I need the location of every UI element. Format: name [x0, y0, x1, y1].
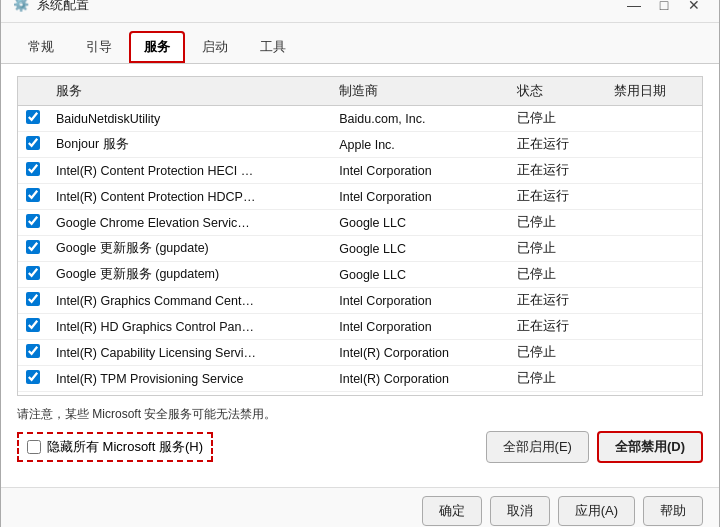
col-header-status: 状态 [509, 77, 605, 106]
window-title: 系统配置 [37, 0, 621, 14]
service-service: Intel(R) Dynamic Application Loa… [48, 392, 331, 397]
service-status: 已停止 [509, 366, 605, 392]
service-checkbox[interactable] [26, 136, 40, 150]
service-disabled-date [606, 184, 702, 210]
service-disabled-date [606, 314, 702, 340]
service-service: Intel(R) TPM Provisioning Service [48, 366, 331, 392]
service-service: Google 更新服务 (gupdate) [48, 236, 331, 262]
service-disabled-date [606, 366, 702, 392]
service-manufacturer: Intel Corporation [331, 392, 509, 397]
ok-button[interactable]: 确定 [422, 496, 482, 526]
service-manufacturer: Baidu.com, Inc. [331, 106, 509, 132]
service-manufacturer: Google LLC [331, 236, 509, 262]
service-checkbox[interactable] [26, 318, 40, 332]
service-disabled-date [606, 132, 702, 158]
service-service: Bonjour 服务 [48, 132, 331, 158]
service-checkbox[interactable] [26, 110, 40, 124]
col-header-service: 服务 [48, 77, 331, 106]
notice-text: 请注意，某些 Microsoft 安全服务可能无法禁用。 [17, 406, 703, 423]
service-manufacturer: Intel(R) Corporation [331, 366, 509, 392]
service-checkbox[interactable] [26, 240, 40, 254]
service-checkbox[interactable] [26, 344, 40, 358]
close-button[interactable]: ✕ [681, 0, 707, 18]
table-row: BaiduNetdiskUtilityBaidu.com, Inc.已停止 [18, 106, 702, 132]
service-disabled-date [606, 288, 702, 314]
service-manufacturer: Google LLC [331, 210, 509, 236]
service-manufacturer: Intel Corporation [331, 314, 509, 340]
service-status: 正在运行 [509, 184, 605, 210]
tab-bar: 常规 引导 服务 启动 工具 [1, 23, 719, 64]
service-service: Google Chrome Elevation Servic… [48, 210, 331, 236]
help-button[interactable]: 帮助 [643, 496, 703, 526]
col-header-disabled-date: 禁用日期 [606, 77, 702, 106]
service-status: 正在运行 [509, 132, 605, 158]
hide-microsoft-services-text: 隐藏所有 Microsoft 服务(H) [47, 438, 203, 456]
service-checkbox[interactable] [26, 292, 40, 306]
service-status: 正在运行 [509, 158, 605, 184]
service-status: 正在运行 [509, 288, 605, 314]
service-service: BaiduNetdiskUtility [48, 106, 331, 132]
service-disabled-date [606, 392, 702, 397]
service-disabled-date [606, 210, 702, 236]
col-header-manufacturer: 制造商 [331, 77, 509, 106]
apply-button[interactable]: 应用(A) [558, 496, 635, 526]
table-row: Google 更新服务 (gupdatem)Google LLC已停止 [18, 262, 702, 288]
disable-all-button[interactable]: 全部禁用(D) [597, 431, 703, 463]
service-service: Intel(R) Content Protection HDCP… [48, 184, 331, 210]
service-status: 已停止 [509, 340, 605, 366]
service-checkbox[interactable] [26, 370, 40, 384]
table-row: Intel(R) Capability Licensing Servi…Inte… [18, 340, 702, 366]
service-service: Intel(R) Capability Licensing Servi… [48, 340, 331, 366]
service-checkbox[interactable] [26, 188, 40, 202]
service-manufacturer: Intel Corporation [331, 288, 509, 314]
main-content: 服务 制造商 状态 禁用日期 BaiduNetdiskUtilityBaidu.… [1, 64, 719, 487]
service-status: 正在运行 [509, 314, 605, 340]
service-service: Google 更新服务 (gupdatem) [48, 262, 331, 288]
services-table-wrapper[interactable]: 服务 制造商 状态 禁用日期 BaiduNetdiskUtilityBaidu.… [17, 76, 703, 396]
service-checkbox[interactable] [26, 162, 40, 176]
service-checkbox[interactable] [26, 214, 40, 228]
system-config-window: ⚙️ 系统配置 — □ ✕ 常规 引导 服务 启动 工具 服务 制造商 状态 [0, 0, 720, 527]
enable-all-button[interactable]: 全部启用(E) [486, 431, 589, 463]
bottom-controls: 隐藏所有 Microsoft 服务(H) 全部启用(E) 全部禁用(D) [17, 431, 703, 463]
maximize-button[interactable]: □ [651, 0, 677, 18]
hide-microsoft-services-checkbox[interactable] [27, 440, 41, 454]
service-manufacturer: Intel Corporation [331, 158, 509, 184]
tab-general[interactable]: 常规 [13, 31, 69, 63]
service-manufacturer: Intel Corporation [331, 184, 509, 210]
service-status: 已停止 [509, 262, 605, 288]
tab-tools[interactable]: 工具 [245, 31, 301, 63]
hide-microsoft-services-label[interactable]: 隐藏所有 Microsoft 服务(H) [17, 432, 213, 462]
table-row: Intel(R) Content Protection HDCP…Intel C… [18, 184, 702, 210]
footer: 确定 取消 应用(A) 帮助 [1, 487, 719, 527]
service-disabled-date [606, 106, 702, 132]
service-disabled-date [606, 340, 702, 366]
window-icon: ⚙️ [13, 0, 29, 13]
service-manufacturer: Intel(R) Corporation [331, 340, 509, 366]
service-manufacturer: Google LLC [331, 262, 509, 288]
table-row: Intel(R) Content Protection HECI …Intel … [18, 158, 702, 184]
service-manufacturer: Apple Inc. [331, 132, 509, 158]
table-row: Intel(R) HD Graphics Control Pan…Intel C… [18, 314, 702, 340]
service-disabled-date [606, 236, 702, 262]
cancel-button[interactable]: 取消 [490, 496, 550, 526]
tab-startup[interactable]: 启动 [187, 31, 243, 63]
table-row: Google 更新服务 (gupdate)Google LLC已停止 [18, 236, 702, 262]
service-status: 正在运行 [509, 392, 605, 397]
tab-services[interactable]: 服务 [129, 31, 185, 63]
service-disabled-date [606, 262, 702, 288]
table-row: Intel(R) TPM Provisioning ServiceIntel(R… [18, 366, 702, 392]
service-status: 已停止 [509, 106, 605, 132]
service-service: Intel(R) HD Graphics Control Pan… [48, 314, 331, 340]
service-status: 已停止 [509, 210, 605, 236]
col-header-checkbox [18, 77, 48, 106]
title-bar: ⚙️ 系统配置 — □ ✕ [1, 0, 719, 23]
service-service: Intel(R) Graphics Command Cent… [48, 288, 331, 314]
enable-disable-buttons: 全部启用(E) 全部禁用(D) [486, 431, 703, 463]
minimize-button[interactable]: — [621, 0, 647, 18]
window-controls: — □ ✕ [621, 0, 707, 18]
service-checkbox[interactable] [26, 266, 40, 280]
service-disabled-date [606, 158, 702, 184]
services-table: 服务 制造商 状态 禁用日期 BaiduNetdiskUtilityBaidu.… [18, 77, 702, 396]
tab-boot[interactable]: 引导 [71, 31, 127, 63]
